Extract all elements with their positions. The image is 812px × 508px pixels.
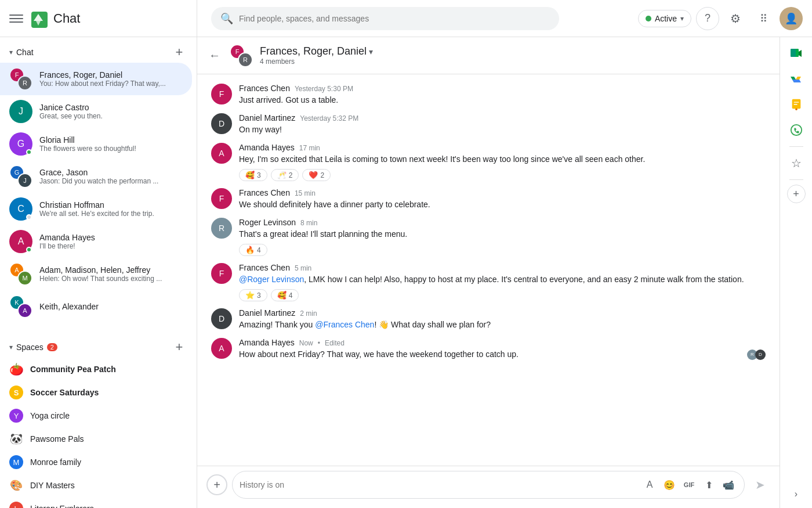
space-item[interactable]: Y Yoga circle bbox=[0, 404, 192, 427]
format-text-button[interactable]: A bbox=[641, 476, 658, 493]
google-keep-button[interactable] bbox=[785, 93, 808, 116]
chat-item[interactable]: C Christian Hoffman We're all set. He's … bbox=[0, 193, 192, 225]
msg-time: Yesterday 5:30 PM bbox=[295, 85, 353, 93]
msg-avatar: F bbox=[211, 188, 232, 209]
reaction-pill[interactable]: ⭐3 bbox=[239, 289, 267, 301]
input-actions: A 😊 GIF ⬆ 📹 bbox=[641, 476, 737, 493]
chat-main: ← F R Frances, Roger, Daniel ▾ 4 members… bbox=[197, 37, 780, 508]
add-space-button[interactable]: + bbox=[171, 339, 187, 355]
msg-text: @Roger Levinson, LMK how I can help! Als… bbox=[239, 273, 766, 286]
reaction-pill[interactable]: ❤️2 bbox=[302, 169, 331, 181]
search-bar[interactable]: 🔍 bbox=[211, 7, 559, 30]
chat-item[interactable]: A M Adam, Madison, Helen, Jeffrey Helen:… bbox=[0, 258, 192, 290]
spaces-section-header: ▾ Spaces 2 + bbox=[0, 332, 197, 358]
message-input[interactable] bbox=[240, 480, 636, 489]
active-chevron-icon: ▾ bbox=[680, 15, 684, 23]
active-status-button[interactable]: Active ▾ bbox=[638, 10, 691, 27]
msg-avatar: A bbox=[211, 143, 232, 164]
msg-sender: Amanda Hayes bbox=[239, 143, 295, 152]
reaction-pill[interactable]: 🥰3 bbox=[239, 169, 267, 181]
add-chat-button[interactable]: + bbox=[171, 44, 187, 60]
message-row: F Frances Chen Yesterday 5:30 PM Just ar… bbox=[211, 84, 766, 106]
chat-item[interactable]: K A Keith, Alexander bbox=[0, 290, 192, 323]
reaction-pill[interactable]: 🥂2 bbox=[271, 169, 299, 181]
messages-area: F Frances Chen Yesterday 5:30 PM Just ar… bbox=[197, 74, 780, 466]
upload-button[interactable]: ⬆ bbox=[700, 476, 717, 493]
chat-info: Keith, Alexander bbox=[39, 302, 183, 311]
reaction-pill[interactable]: 🥰4 bbox=[271, 289, 299, 301]
emoji-button[interactable]: 😊 bbox=[661, 476, 678, 493]
chat-section-toggle[interactable]: ▾ Chat bbox=[9, 48, 34, 57]
msg-body: Roger Levinson 8 min That's a great idea… bbox=[239, 218, 766, 256]
chat-item[interactable]: G Gloria Hill The flowers were so though… bbox=[0, 128, 192, 160]
expand-right-button[interactable]: › bbox=[787, 485, 806, 503]
search-icon: 🔍 bbox=[220, 12, 233, 25]
reactions: ⭐3 🥰4 bbox=[239, 289, 766, 301]
chat-name: Christian Hoffman bbox=[39, 200, 183, 210]
space-icon: L bbox=[9, 502, 23, 508]
msg-edited: Edited bbox=[325, 339, 345, 347]
space-item[interactable]: S Soccer Saturdays bbox=[0, 381, 192, 404]
star-button[interactable]: ☆ bbox=[785, 152, 808, 175]
msg-meta: Frances Chen Yesterday 5:30 PM bbox=[239, 84, 766, 93]
chat-item[interactable]: J Janice Castro Great, see you then. bbox=[0, 95, 192, 128]
chat-avatar: K A bbox=[9, 295, 32, 318]
help-button[interactable]: ? bbox=[696, 7, 719, 30]
message-row: F Frances Chen 15 min We should definite… bbox=[211, 188, 766, 211]
msg-time: Now bbox=[299, 339, 313, 347]
chat-header: ← F R Frances, Roger, Daniel ▾ 4 members bbox=[197, 37, 780, 74]
chat-preview: Great, see you then. bbox=[39, 112, 183, 120]
msg-avatar: A bbox=[211, 338, 232, 359]
space-item[interactable]: M Monroe family bbox=[0, 451, 192, 474]
add-attachment-button[interactable]: + bbox=[206, 474, 227, 495]
google-meet-button[interactable] bbox=[785, 42, 808, 65]
chat-section-label: Chat bbox=[16, 48, 34, 57]
search-input[interactable] bbox=[239, 14, 550, 23]
msg-time: 5 min bbox=[295, 264, 311, 272]
chat-info: Janice Castro Great, see you then. bbox=[39, 103, 183, 120]
msg-sender: Roger Levinson bbox=[239, 218, 296, 227]
back-button[interactable]: ← bbox=[206, 46, 223, 64]
chat-info: Christian Hoffman We're all set. He's ex… bbox=[39, 200, 183, 218]
space-name: Yoga circle bbox=[30, 411, 70, 420]
google-drive-button[interactable] bbox=[785, 67, 808, 91]
chat-info: Grace, Jason Jason: Did you watch the pe… bbox=[39, 168, 183, 185]
space-item[interactable]: 🎨 DIY Masters bbox=[0, 474, 192, 497]
chat-name: Grace, Jason bbox=[39, 168, 183, 177]
gif-button[interactable]: GIF bbox=[680, 476, 698, 493]
reaction-pill[interactable]: 🔥4 bbox=[239, 244, 267, 256]
chat-section-header: ▾ Chat + bbox=[0, 37, 197, 63]
msg-meta: Daniel Martinez Yesterday 5:32 PM bbox=[239, 113, 766, 123]
add-widget-button[interactable]: + bbox=[787, 185, 806, 203]
msg-avatar: F bbox=[211, 263, 232, 284]
chat-avatar: J bbox=[9, 100, 32, 123]
hamburger-menu[interactable] bbox=[9, 12, 23, 26]
spaces-section-toggle[interactable]: ▾ Spaces 2 bbox=[9, 343, 57, 352]
apps-button[interactable]: ⠿ bbox=[752, 7, 775, 30]
space-icon: 🎨 bbox=[9, 478, 23, 492]
google-phone-button[interactable] bbox=[785, 118, 808, 142]
space-icon: M bbox=[9, 455, 23, 469]
settings-button[interactable]: ⚙ bbox=[724, 7, 747, 30]
send-button[interactable]: ➤ bbox=[749, 474, 770, 495]
chat-item[interactable]: F R Frances, Roger, Daniel You: How abou… bbox=[0, 63, 192, 95]
video-button[interactable]: 📹 bbox=[720, 476, 737, 493]
chat-item[interactable]: A Amanda Hayes I'll be there! bbox=[0, 225, 192, 258]
chat-item[interactable]: G J Grace, Jason Jason: Did you watch th… bbox=[0, 160, 192, 193]
msg-avatar: D bbox=[211, 308, 232, 329]
msg-text-row: How about next Friday? That way, we have… bbox=[239, 348, 766, 361]
chat-preview: I'll be there! bbox=[39, 242, 183, 250]
msg-sender: Amanda Hayes bbox=[239, 338, 295, 347]
msg-meta: Roger Levinson 8 min bbox=[239, 218, 766, 227]
space-item[interactable]: 🍅 Community Pea Patch bbox=[0, 358, 192, 381]
svg-point-8 bbox=[791, 125, 801, 135]
chat-preview: Helen: Oh wow! That sounds exciting ... bbox=[39, 275, 183, 283]
space-item[interactable]: 🐼 Pawsome Pals bbox=[0, 427, 192, 451]
chat-header-name[interactable]: Frances, Roger, Daniel ▾ bbox=[260, 45, 770, 57]
header-chevron-icon: ▾ bbox=[369, 47, 373, 56]
group-name-text: Frances, Roger, Daniel bbox=[260, 45, 367, 57]
user-avatar[interactable]: 👤 bbox=[780, 7, 803, 30]
active-dot bbox=[646, 16, 651, 21]
space-item[interactable]: L Literary Explorers bbox=[0, 497, 192, 508]
chat-info: Amanda Hayes I'll be there! bbox=[39, 233, 183, 250]
